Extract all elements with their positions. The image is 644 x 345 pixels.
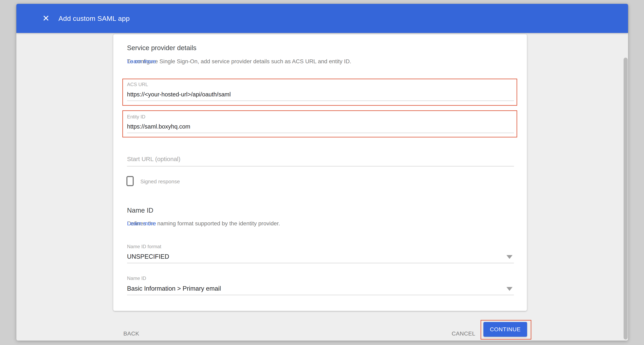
add-custom-saml-app-dialog: ✕ Add custom SAML app Service provider d… — [16, 4, 628, 341]
dropdown-arrow-icon[interactable] — [506, 287, 512, 291]
close-icon[interactable]: ✕ — [40, 13, 52, 24]
signed-response-label: Signed response — [140, 178, 180, 185]
name-id-dropdown[interactable]: Basic Information > Primary email — [127, 285, 221, 292]
service-provider-heading: Service provider details — [127, 44, 196, 52]
acs-url-underline — [127, 100, 514, 101]
start-url-input[interactable]: Start URL (optional) — [127, 156, 180, 162]
dialog-header: ✕ Add custom SAML app — [16, 4, 628, 33]
service-provider-description-text: To configure Single Sign-On, add service… — [127, 58, 351, 65]
name-id-underline — [127, 295, 514, 295]
start-url-underline — [127, 166, 514, 167]
continue-button[interactable]: CONTINUE — [484, 322, 527, 337]
entity-id-label: Entity ID — [127, 114, 146, 120]
acs-url-label: ACS URL — [127, 82, 148, 87]
name-id-heading: Name ID — [127, 207, 153, 214]
service-provider-card: Service provider details To configure Si… — [113, 34, 527, 311]
acs-url-input[interactable]: https://<your-hosted-url>/api/oauth/saml — [127, 91, 231, 98]
entity-id-input[interactable]: https://saml.boxyhq.com — [127, 123, 190, 130]
entity-id-underline — [127, 133, 514, 133]
learn-more-link-name-id[interactable]: Learn more — [127, 220, 156, 227]
name-id-format-label: Name ID format — [127, 244, 161, 249]
dropdown-arrow-icon[interactable] — [506, 255, 512, 259]
dialog-title: Add custom SAML app — [58, 14, 130, 22]
learn-more-link-service-provider[interactable]: Learn more — [127, 58, 156, 65]
cancel-button[interactable]: CANCEL — [452, 331, 475, 337]
back-button[interactable]: BACK — [124, 331, 139, 337]
name-id-select-label: Name ID — [127, 276, 146, 281]
name-id-format-dropdown[interactable]: UNSPECIFIED — [127, 253, 169, 260]
signed-response-checkbox[interactable] — [126, 176, 134, 186]
name-id-format-underline — [127, 263, 514, 263]
scrollbar-thumb[interactable] — [624, 58, 628, 340]
